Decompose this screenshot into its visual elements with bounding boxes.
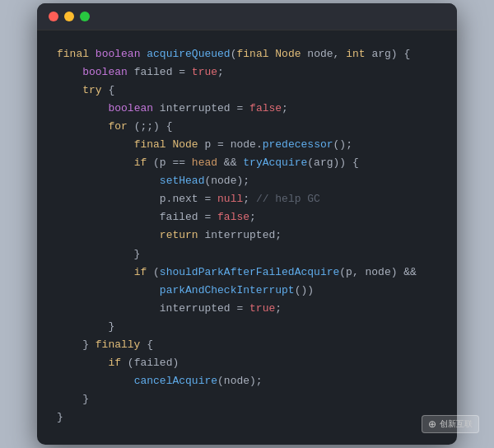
code-line-4: boolean interrupted = false; — [57, 100, 437, 118]
code-line-21: } — [57, 408, 437, 427]
code-content: final boolean acquireQueued(final Node n… — [37, 30, 457, 446]
code-line-15: interrupted = true; — [57, 300, 437, 318]
code-line-3: try { — [57, 82, 437, 100]
minimize-button[interactable] — [64, 12, 74, 21]
code-line-14: parkAndCheckInterrupt()) — [57, 282, 437, 300]
code-line-12: } — [57, 245, 437, 264]
code-line-17: } finally { — [57, 336, 437, 354]
window-titlebar — [37, 3, 457, 30]
code-line-10: failed = false; — [57, 208, 437, 226]
watermark-text: 创新互联 — [440, 418, 473, 430]
close-button[interactable] — [49, 12, 58, 21]
code-line-2: boolean failed = true; — [57, 63, 437, 82]
code-line-19: cancelAcquire(node); — [57, 372, 437, 390]
code-line-18: if (failed) — [57, 354, 437, 372]
code-line-6: final Node p = node.predecessor(); — [57, 136, 437, 154]
code-line-1: final boolean acquireQueued(final Node n… — [57, 45, 437, 63]
maximize-button[interactable] — [80, 12, 90, 21]
code-line-5: for (;;) { — [57, 118, 437, 136]
page-background: final boolean acquireQueued(final Node n… — [0, 0, 494, 448]
code-line-16: } — [57, 318, 437, 336]
code-line-9: p.next = null; // help GC — [57, 190, 437, 208]
watermark-icon: ⊕ — [428, 418, 436, 430]
watermark-badge: ⊕ 创新互联 — [422, 415, 479, 433]
code-line-20: } — [57, 390, 437, 408]
code-window: final boolean acquireQueued(final Node n… — [37, 3, 457, 446]
code-line-8: setHead(node); — [57, 172, 437, 190]
code-line-11: return interrupted; — [57, 226, 437, 245]
code-line-7: if (p == head && tryAcquire(arg)) { — [57, 154, 437, 172]
code-line-13: if (shouldParkAfterFailedAcquire(p, node… — [57, 264, 437, 282]
